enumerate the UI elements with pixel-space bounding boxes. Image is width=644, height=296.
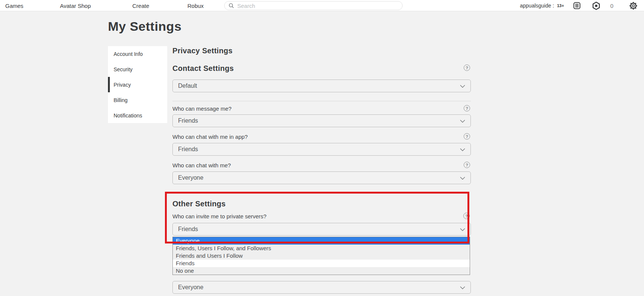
who-can-invite-private-servers-label: Who can invite me to private servers?: [172, 213, 267, 219]
who-can-chat-with-me-label: Who can chat with me?: [172, 162, 231, 168]
select-value: Everyone: [178, 284, 204, 291]
dropdown-option-friends-users-followers[interactable]: Friends, Users I Follow, and Followers: [173, 245, 470, 252]
select-value: Friends: [178, 146, 198, 153]
dropdown-option-friends-and-users-i-follow[interactable]: Friends and Users I Follow: [173, 252, 470, 260]
help-icon[interactable]: [463, 213, 470, 219]
search-icon: [228, 3, 234, 10]
who-can-chat-in-app-select[interactable]: Friends: [172, 143, 471, 156]
chevron-down-icon: [460, 83, 465, 89]
help-icon[interactable]: [464, 105, 470, 111]
who-can-chat-in-app-label: Who can chat with me in app?: [172, 134, 248, 140]
username-label[interactable]: appualsguide :: [520, 0, 554, 11]
sidebar-item-notifications[interactable]: Notifications: [108, 108, 167, 123]
settings-sidebar: Account Info Security Privacy Billing No…: [108, 46, 167, 123]
page-title: My Settings: [108, 19, 181, 34]
contact-settings-select[interactable]: Default: [172, 80, 471, 92]
sidebar-item-label: Billing: [114, 97, 127, 103]
who-can-message-me-label: Who can message me?: [172, 105, 232, 112]
dropdown-option-no-one[interactable]: No one: [173, 267, 470, 275]
dropdown-option-everyone[interactable]: Everyone: [173, 237, 470, 245]
select-value: Friends: [178, 117, 198, 124]
private-server-invite-dropdown-list: Everyone Friends, Users I Follow, and Fo…: [172, 237, 470, 275]
top-nav-bar: Games Avatar Shop Create Robux appualsgu…: [0, 0, 644, 11]
nav-item-games[interactable]: Games: [5, 0, 23, 11]
next-question-select[interactable]: Everyone: [172, 281, 471, 294]
private-server-invite-select[interactable]: Friends: [172, 223, 471, 236]
nav-item-robux[interactable]: Robux: [187, 0, 204, 11]
dropdown-option-friends[interactable]: Friends: [173, 260, 470, 267]
sidebar-item-security[interactable]: Security: [108, 62, 167, 77]
age-badge: 13+: [557, 0, 564, 11]
select-value: Everyone: [178, 174, 204, 181]
chevron-down-icon: [460, 117, 465, 124]
search-input[interactable]: [224, 1, 403, 10]
chevron-down-icon: [460, 226, 465, 233]
select-value: Friends: [178, 226, 198, 233]
chevron-down-icon: [460, 146, 465, 153]
select-value: Default: [178, 83, 197, 89]
help-icon[interactable]: [464, 65, 470, 71]
sidebar-item-label: Account Info: [114, 51, 143, 57]
active-indicator: [108, 77, 110, 92]
help-icon[interactable]: [464, 162, 470, 168]
section-divider: [172, 101, 471, 101]
nav-item-create[interactable]: Create: [132, 0, 149, 11]
sidebar-item-account-info[interactable]: Account Info: [108, 46, 167, 62]
nav-item-avatar-shop[interactable]: Avatar Shop: [60, 0, 91, 11]
contact-settings-heading: Contact Settings: [172, 64, 234, 73]
menu-list-icon[interactable]: [573, 2, 581, 11]
chevron-down-icon: [460, 284, 465, 291]
sidebar-item-label: Privacy: [114, 82, 131, 88]
who-can-chat-with-me-select[interactable]: Everyone: [172, 171, 471, 184]
gear-icon[interactable]: [629, 2, 638, 12]
chevron-down-icon: [460, 174, 465, 181]
other-settings-heading: Other Settings: [172, 200, 226, 208]
roblox-settings-page: Games Avatar Shop Create Robux appualsgu…: [0, 0, 644, 296]
sidebar-item-privacy[interactable]: Privacy: [108, 77, 167, 92]
sidebar-item-billing[interactable]: Billing: [108, 92, 167, 108]
help-icon[interactable]: [464, 133, 470, 140]
sidebar-item-label: Notifications: [114, 113, 142, 119]
who-can-message-me-select[interactable]: Friends: [172, 114, 471, 127]
robux-icon[interactable]: [592, 2, 601, 12]
search-box: [224, 1, 403, 10]
sidebar-item-label: Security: [114, 66, 133, 72]
privacy-settings-heading: Privacy Settings: [172, 47, 232, 55]
robux-count[interactable]: 0: [610, 0, 613, 11]
